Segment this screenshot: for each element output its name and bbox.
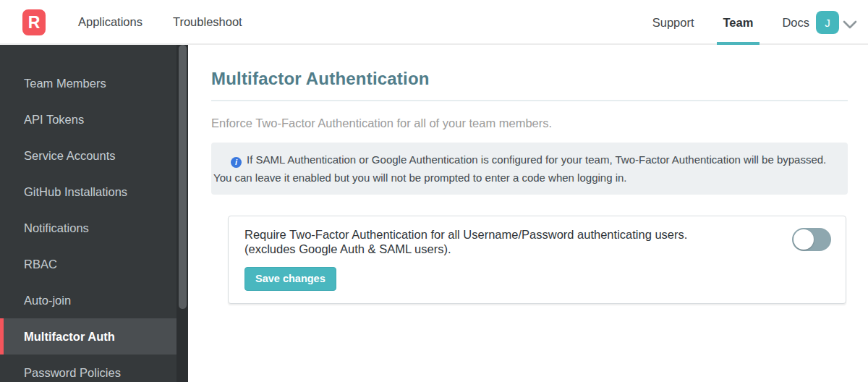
page-title: Multifactor Authentication xyxy=(211,69,848,89)
info-icon: i xyxy=(231,157,242,168)
saml-bypass-info-alert: iIf SAML Authentication or Google Authen… xyxy=(211,143,848,195)
rollbar-logo-icon[interactable]: R xyxy=(22,9,46,35)
navbar-right-links: Support Team Docs xyxy=(646,0,816,45)
two-factor-setting-card: Require Two-Factor Authentication for al… xyxy=(228,216,846,304)
title-divider xyxy=(211,100,848,101)
main-content: Multifactor Authentication Enforce Two-F… xyxy=(188,45,868,382)
sidebar-item-api-tokens[interactable]: API Tokens xyxy=(0,101,188,137)
save-changes-button[interactable]: Save changes xyxy=(244,267,336,291)
navbar-left-links: Applications Troubleshoot xyxy=(78,0,242,43)
setting-label-line1: Require Two-Factor Authentication for al… xyxy=(244,227,687,242)
sidebar-item-team-members[interactable]: Team Members xyxy=(0,65,188,101)
sidebar-item-notifications[interactable]: Notifications xyxy=(0,210,188,246)
nav-link-support[interactable]: Support xyxy=(646,0,701,45)
sidebar-scrollbar-thumb[interactable] xyxy=(179,45,187,309)
nav-link-docs[interactable]: Docs xyxy=(775,0,816,45)
top-navbar: R Applications Troubleshoot Support Team… xyxy=(0,0,868,45)
sidebar-item-password-policies[interactable]: Password Policies xyxy=(0,355,188,382)
sidebar-item-auto-join[interactable]: Auto-join xyxy=(0,282,188,318)
settings-sidebar: Team Members API Tokens Service Accounts… xyxy=(0,45,188,382)
chevron-down-icon[interactable] xyxy=(843,19,857,32)
nav-link-team[interactable]: Team xyxy=(717,0,760,45)
sidebar-item-multifactor-auth[interactable]: Multifactor Auth xyxy=(0,318,188,355)
setting-label: Require Two-Factor Authentication for al… xyxy=(244,227,687,256)
user-avatar[interactable]: J xyxy=(816,11,839,34)
setting-label-line2: (excludes Google Auth & SAML users). xyxy=(244,242,687,256)
nav-link-applications[interactable]: Applications xyxy=(78,15,142,29)
sidebar-item-github-installations[interactable]: GitHub Installations xyxy=(0,174,188,210)
two-factor-toggle[interactable] xyxy=(792,228,831,251)
sidebar-item-rbac[interactable]: RBAC xyxy=(0,246,188,282)
toggle-knob-icon xyxy=(793,229,814,250)
nav-link-troubleshoot[interactable]: Troubleshoot xyxy=(173,15,242,29)
sidebar-item-service-accounts[interactable]: Service Accounts xyxy=(0,137,188,174)
alert-text: If SAML Authentication or Google Authent… xyxy=(213,153,826,184)
sidebar-scrollbar-track[interactable] xyxy=(176,45,188,382)
page-subtitle: Enforce Two-Factor Authentication for al… xyxy=(211,116,848,130)
